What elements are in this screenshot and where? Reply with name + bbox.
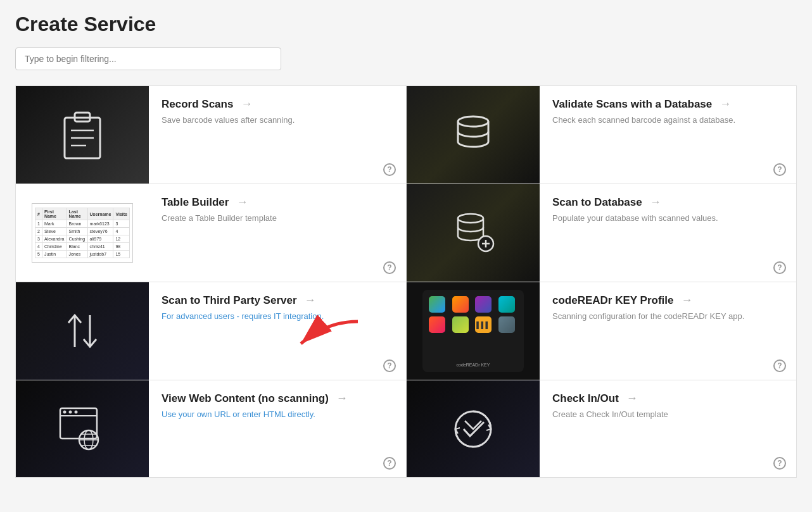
card-title-check-in-out: Check In/Out → (552, 392, 786, 405)
card-desc-third-party: For advanced users - requires IT integra… (162, 311, 396, 322)
card-arrow-scan-database: → (650, 196, 661, 209)
service-grid: Record Scans → Save barcode values after… (15, 85, 797, 478)
svg-point-17 (75, 410, 78, 413)
service-card-table-builder[interactable]: #First NameLast NameUsernameVisits 1Mark… (15, 184, 406, 282)
service-card-third-party[interactable]: Scan to Third Party Server → For advance… (15, 282, 406, 380)
card-thumb-validate-scans (407, 86, 540, 184)
filter-input[interactable] (15, 47, 281, 70)
service-card-web-content[interactable]: View Web Content (no scanning) → Use you… (15, 380, 406, 478)
card-title-table-builder: Table Builder → (162, 196, 396, 209)
help-icon-third-party[interactable]: ? (383, 359, 396, 372)
card-desc-web-content: Use your own URL or enter HTML directly. (162, 409, 396, 420)
svg-point-5 (458, 116, 488, 127)
card-body-table-builder: Table Builder → Create a Table Builder t… (149, 184, 406, 282)
card-arrow-validate-scans: → (720, 97, 731, 111)
card-body-check-in-out: Check In/Out → Create a Check In/Out tem… (540, 380, 796, 477)
card-arrow-table-builder: → (236, 196, 248, 209)
card-body-scan-database: Scan to Database → Populate your databas… (540, 184, 796, 282)
card-title-web-content: View Web Content (no scanning) → (162, 392, 396, 405)
page-title: Create Service (15, 13, 797, 36)
service-card-record-scans[interactable]: Record Scans → Save barcode values after… (15, 85, 406, 184)
card-arrow-third-party: → (305, 294, 316, 307)
help-icon-web-content[interactable]: ? (383, 457, 396, 470)
card-thumb-check-in-out (407, 380, 540, 477)
card-desc-record-scans: Save barcode values after scanning. (162, 115, 396, 126)
card-thumb-record-scans (16, 86, 149, 184)
card-body-third-party: Scan to Third Party Server → For advance… (149, 282, 406, 380)
card-title-validate-scans: Validate Scans with a Database → (552, 97, 786, 111)
svg-point-15 (63, 410, 67, 413)
card-desc-table-builder: Create a Table Builder template (162, 213, 396, 224)
card-desc-key-profile: Scanning configuration for the codeREADr… (552, 311, 786, 322)
service-card-key-profile[interactable]: ▌▌▌ codeREADr KEY codeREADr KEY Profile … (406, 282, 797, 380)
card-body-web-content: View Web Content (no scanning) → Use you… (149, 380, 406, 477)
svg-point-16 (69, 410, 72, 413)
card-arrow-record-scans: → (241, 97, 252, 111)
card-title-third-party: Scan to Third Party Server → (162, 294, 396, 307)
help-icon-validate-scans[interactable]: ? (773, 163, 786, 176)
svg-point-6 (458, 214, 483, 223)
card-arrow-key-profile: → (681, 294, 692, 307)
help-icon-scan-database[interactable]: ? (773, 261, 786, 274)
card-body-record-scans: Record Scans → Save barcode values after… (149, 86, 406, 184)
card-arrow-check-in-out: → (626, 392, 638, 405)
service-card-scan-database[interactable]: Scan to Database → Populate your databas… (406, 184, 797, 282)
help-icon-table-builder[interactable]: ? (383, 261, 396, 274)
card-thumb-scan-database (407, 184, 540, 282)
card-thumb-key-profile: ▌▌▌ codeREADr KEY (407, 282, 540, 380)
card-thumb-web-content (16, 380, 149, 477)
card-desc-scan-database: Populate your database with scanned valu… (552, 213, 786, 224)
card-thumb-table-builder: #First NameLast NameUsernameVisits 1Mark… (16, 184, 149, 282)
card-thumb-third-party (16, 282, 149, 380)
card-body-key-profile: codeREADr KEY Profile → Scanning configu… (540, 282, 796, 380)
card-arrow-web-content: → (336, 392, 348, 405)
card-title-scan-database: Scan to Database → (552, 196, 786, 209)
help-icon-record-scans[interactable]: ? (383, 163, 396, 176)
card-desc-validate-scans: Check each scanned barcode against a dat… (552, 115, 786, 126)
help-icon-key-profile[interactable]: ? (773, 359, 786, 372)
card-body-validate-scans: Validate Scans with a Database → Check e… (540, 86, 796, 184)
service-card-validate-scans[interactable]: Validate Scans with a Database → Check e… (406, 85, 797, 184)
card-title-key-profile: codeREADr KEY Profile → (552, 294, 786, 307)
help-icon-check-in-out[interactable]: ? (773, 457, 786, 470)
card-desc-check-in-out: Create a Check In/Out template (552, 409, 786, 420)
service-card-check-in-out[interactable]: Check In/Out → Create a Check In/Out tem… (406, 380, 797, 478)
card-title-record-scans: Record Scans → (162, 97, 396, 111)
